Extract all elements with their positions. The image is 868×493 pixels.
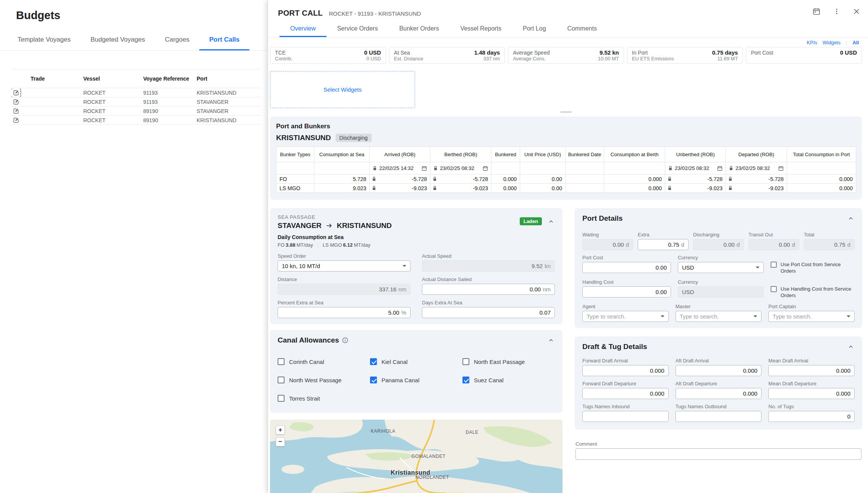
table-row[interactable]: ROCKET 91193 KRISTIANSUND bbox=[11, 88, 261, 97]
bunkered-cell[interactable]: 0.000 bbox=[491, 184, 520, 193]
mean-draft-arrival-input[interactable]: 0.000 bbox=[768, 365, 855, 376]
arrived-date-input[interactable]: 22/02/25 14:32 bbox=[373, 165, 427, 171]
tab-comments[interactable]: Comments bbox=[557, 21, 608, 37]
unit-price-cell[interactable]: 0.00 bbox=[520, 184, 566, 193]
bunkered-date-cell[interactable] bbox=[566, 175, 604, 184]
port-cost-input[interactable]: 0.00 bbox=[582, 262, 671, 273]
port-cost-currency-select[interactable]: USD bbox=[678, 262, 764, 273]
handling-cost-input[interactable]: 0.00 bbox=[582, 286, 671, 297]
chevron-up-icon[interactable] bbox=[847, 343, 855, 351]
aft-draft-departure-input[interactable]: 0.000 bbox=[676, 388, 762, 399]
cell-voyage-reference: 89190 bbox=[143, 108, 197, 114]
chevron-up-icon[interactable] bbox=[547, 336, 555, 344]
edit-icon[interactable] bbox=[11, 116, 21, 124]
checkbox-panama-canal[interactable]: Panama Canal bbox=[370, 377, 462, 383]
filter-widgets[interactable]: Widgets bbox=[823, 40, 841, 45]
tab-template-voyages[interactable]: Template Voyages bbox=[8, 30, 81, 50]
total-consumption-cell: 0.000 bbox=[787, 184, 856, 193]
edit-icon[interactable] bbox=[11, 89, 21, 97]
calendar-icon[interactable] bbox=[812, 7, 821, 16]
arrived-rob-cell[interactable]: -5.728 bbox=[370, 175, 430, 184]
unberthed-rob-cell[interactable]: -9.023 bbox=[665, 184, 726, 193]
tab-service-orders[interactable]: Service Orders bbox=[327, 21, 389, 37]
kpi-value: 9.52 kn bbox=[600, 49, 619, 56]
berthed-rob-cell[interactable]: -9.023 bbox=[430, 184, 491, 193]
select-widgets-button[interactable]: Select Widgets bbox=[270, 71, 415, 108]
checkbox-torres-strait[interactable]: Torres Strait bbox=[278, 395, 370, 402]
bunkered-cell[interactable]: 0.000 bbox=[491, 175, 520, 184]
checkbox bbox=[462, 377, 469, 383]
checkbox bbox=[278, 358, 284, 365]
tab-port-calls[interactable]: Port Calls bbox=[199, 30, 249, 50]
speed-order-select[interactable]: 10 kn, 10 MT/d bbox=[278, 260, 411, 272]
filter-all[interactable]: All bbox=[852, 40, 859, 45]
consumption-at-sea-cell[interactable]: 9.023 bbox=[314, 184, 370, 193]
bunkered-date-cell[interactable] bbox=[566, 184, 604, 193]
tab-vessel-reports[interactable]: Vessel Reports bbox=[449, 21, 512, 37]
tab-cargoes[interactable]: Cargoes bbox=[155, 30, 199, 50]
lock-icon bbox=[372, 186, 376, 191]
comment-input[interactable] bbox=[575, 448, 862, 460]
zoom-out-button[interactable]: − bbox=[276, 437, 285, 446]
port-map[interactable]: KARIHOLA DALE GOMALANDET Kristiansund NO… bbox=[270, 420, 563, 493]
kebab-menu-icon[interactable] bbox=[833, 8, 841, 15]
forward-draft-departure-input[interactable]: 0.000 bbox=[582, 388, 669, 399]
departed-date-input[interactable]: 23/02/25 08:32 bbox=[729, 165, 784, 171]
agent-select[interactable]: Type to search. bbox=[582, 311, 669, 322]
actual-distance-sailed-input[interactable]: 0.00nm bbox=[422, 284, 555, 295]
filter-kpis[interactable]: KPIs bbox=[807, 40, 817, 45]
aft-draft-arrival-input[interactable]: 0.000 bbox=[676, 365, 762, 376]
tab-port-log[interactable]: Port Log bbox=[512, 21, 556, 37]
tab-overview[interactable]: Overview bbox=[280, 21, 327, 37]
no-of-tugs-input[interactable]: 0 bbox=[768, 411, 855, 422]
daily-consumption-values: FO3.88MT/day LS MGO6.12MT/day bbox=[278, 242, 555, 248]
close-icon[interactable] bbox=[853, 8, 860, 15]
lock-icon bbox=[668, 176, 672, 181]
berthed-rob-cell[interactable]: -5.728 bbox=[430, 175, 491, 184]
table-row[interactable]: ROCKET 91193 STAVANGER bbox=[11, 97, 261, 107]
drag-handle[interactable] bbox=[560, 111, 572, 113]
edit-icon[interactable] bbox=[11, 98, 21, 106]
checkbox-corinth-canal[interactable]: Corinth Canal bbox=[278, 358, 370, 365]
section-title: Port and Bunkers bbox=[276, 123, 856, 130]
percent-extra-at-sea-input[interactable]: 5.00% bbox=[278, 307, 411, 318]
departed-rob-cell[interactable]: -5.728 bbox=[726, 175, 787, 184]
bunker-type: FO bbox=[276, 175, 314, 184]
unberthed-rob-cell[interactable]: -5.728 bbox=[665, 175, 726, 184]
berthed-date-input[interactable]: 23/02/25 08:32 bbox=[433, 165, 488, 171]
consumption-at-sea-cell[interactable]: 5.728 bbox=[314, 175, 370, 184]
tab-budgeted-voyages[interactable]: Budgeted Voyages bbox=[81, 30, 155, 50]
zoom-in-button[interactable]: + bbox=[276, 425, 285, 435]
chevron-down-icon bbox=[847, 315, 850, 317]
use-port-cost-checkbox[interactable]: Use Port Cost from Service Orders bbox=[771, 262, 855, 275]
unberthed-date-input[interactable]: 23/02/25 08:32 bbox=[668, 165, 723, 171]
checkbox-suez-canal[interactable]: Suez Canal bbox=[462, 377, 555, 383]
checkbox-kiel-canal[interactable]: Kiel Canal bbox=[370, 358, 462, 365]
consumption-at-berth-cell[interactable]: 0.000 bbox=[604, 184, 665, 193]
tugs-names-inbound-input[interactable] bbox=[582, 411, 669, 422]
chevron-down-icon bbox=[402, 265, 406, 267]
chevron-up-icon[interactable] bbox=[547, 218, 555, 225]
edit-icon[interactable] bbox=[11, 107, 21, 115]
arrived-rob-cell[interactable]: -9.023 bbox=[370, 184, 430, 193]
extra-input[interactable]: 0.75d bbox=[638, 239, 689, 250]
cell-voyage-reference: 89190 bbox=[143, 117, 197, 123]
sea-passage-label: SEA PASSAGE bbox=[278, 214, 392, 220]
port-captain-select[interactable]: Type to search. bbox=[768, 311, 855, 322]
chevron-up-icon[interactable] bbox=[847, 215, 855, 222]
table-row[interactable]: ROCKET 89190 STAVANGER bbox=[11, 107, 261, 116]
use-handling-cost-checkbox[interactable]: Use Handling Cost from Service Orders bbox=[771, 286, 855, 299]
consumption-at-berth-cell[interactable]: 0.000 bbox=[604, 175, 665, 184]
tab-bunker-orders[interactable]: Bunker Orders bbox=[388, 21, 449, 37]
master-select[interactable]: Type to search. bbox=[676, 311, 762, 322]
departed-rob-cell[interactable]: -9.023 bbox=[726, 184, 787, 193]
unit-price-cell[interactable]: 0.00 bbox=[520, 175, 566, 184]
tugs-names-outbound-input[interactable] bbox=[676, 411, 762, 422]
table-row[interactable]: ROCKET 89190 KRISTIANSUND bbox=[11, 116, 261, 125]
checkbox-north-west-passage[interactable]: North West Passage bbox=[278, 377, 370, 383]
days-extra-at-sea-input[interactable]: 0.07 bbox=[422, 307, 555, 318]
checkbox-north-east-passage[interactable]: North East Passage bbox=[462, 358, 555, 365]
forward-draft-arrival-input[interactable]: 0.000 bbox=[582, 365, 669, 376]
info-icon[interactable] bbox=[342, 337, 348, 343]
mean-draft-departure-input[interactable]: 0.000 bbox=[768, 388, 855, 399]
